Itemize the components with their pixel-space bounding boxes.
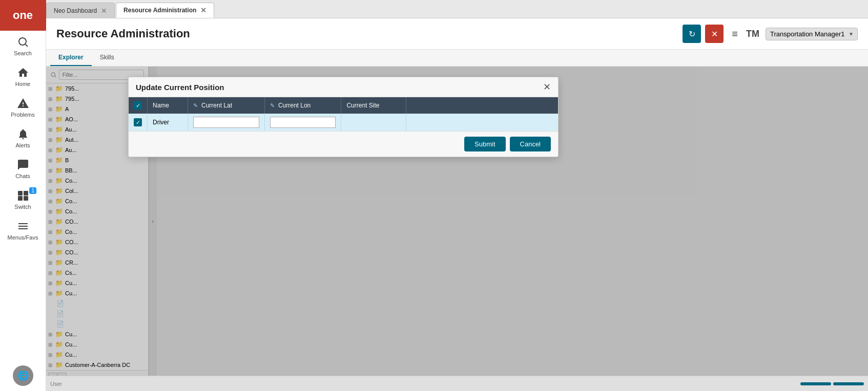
svg-rect-5 — [24, 196, 28, 201]
tab-close-resource-admin[interactable]: ✕ — [200, 7, 206, 14]
modal-close-icon: ✕ — [543, 82, 551, 92]
home-icon — [17, 67, 29, 79]
search-icon — [17, 36, 29, 48]
edit-icon: ✎ — [270, 102, 275, 108]
bottom-btn-1[interactable] — [800, 382, 831, 385]
bottom-bar: User — [46, 376, 868, 391]
table-header-row: ✓ Name ✎ Current Lat ✎ — [129, 97, 558, 114]
modal-footer: Submit Cancel — [129, 131, 558, 157]
page-header: Resource Administration ↻ ✕ ≡ TM Transpo… — [46, 18, 868, 50]
bell-icon — [17, 128, 29, 140]
edit-icon: ✎ — [193, 102, 198, 108]
sidebar-item-menus[interactable]: Menus/Favs — [0, 215, 46, 246]
col-header-current-lon: ✎ Current Lon — [264, 97, 341, 114]
sidebar-item-search[interactable]: Search — [0, 31, 46, 61]
chat-icon — [17, 159, 29, 171]
menu-button[interactable]: ≡ — [728, 26, 742, 42]
switch-icon — [17, 189, 29, 202]
tabs-bar: Neo Dashboard ✕ Resource Administration … — [46, 0, 868, 18]
sidebar-item-alerts[interactable]: Alerts — [0, 123, 46, 154]
app-logo[interactable]: one — [0, 0, 46, 31]
row-name-cell: Driver — [148, 114, 188, 131]
tab-close-neo-dashboard[interactable]: ✕ — [101, 7, 107, 14]
svg-rect-3 — [24, 191, 28, 196]
svg-line-1 — [25, 45, 27, 47]
user-label: User — [50, 381, 62, 387]
refresh-icon: ↻ — [689, 29, 695, 39]
user-select[interactable]: Transportation Manager1 Transportation M… — [766, 28, 858, 40]
row-checkbox[interactable]: ✓ — [134, 118, 142, 126]
tab-neo-dashboard[interactable]: Neo Dashboard ✕ — [46, 3, 115, 18]
select-all-checkbox[interactable]: ✓ — [134, 101, 142, 110]
col-header-current-site: Current Site — [341, 97, 406, 114]
modal-overlay: Update Current Position ✕ ✓ — [46, 67, 868, 376]
lat-input[interactable] — [193, 117, 259, 128]
svg-point-0 — [19, 38, 26, 45]
sub-tab-skills[interactable]: Skills — [92, 50, 122, 66]
refresh-button[interactable]: ↻ — [683, 25, 701, 43]
col-header-current-lat: ✎ Current Lat — [188, 97, 264, 114]
modal-table-wrapper: ✓ Name ✎ Current Lat ✎ — [129, 97, 558, 131]
row-checkbox-cell: ✓ — [129, 114, 148, 131]
sub-tabs: Explorer Skills — [46, 50, 868, 67]
sidebar: one Search Home Problems Alerts Chats — [0, 0, 46, 391]
cancel-button[interactable]: Cancel — [510, 137, 551, 151]
sidebar-item-home[interactable]: Home — [0, 61, 46, 92]
sidebar-item-switch[interactable]: 1 Switch — [0, 184, 46, 215]
col-header-name: Name — [148, 97, 188, 114]
submit-button[interactable]: Submit — [464, 137, 505, 151]
col-header-extra — [406, 97, 558, 114]
sub-tab-explorer[interactable]: Explorer — [50, 50, 92, 66]
header-actions: ↻ ✕ ≡ TM Transportation Manager1 Transpo… — [683, 25, 858, 43]
avatar[interactable]: 🌐 — [13, 365, 33, 386]
row-lon-cell — [264, 114, 341, 131]
switch-badge: 1 — [29, 187, 36, 194]
page-title: Resource Administration — [56, 27, 190, 40]
lon-input[interactable] — [270, 117, 336, 128]
bottom-btn-2[interactable] — [833, 382, 864, 385]
row-site-cell — [341, 114, 406, 131]
sidebar-bottom: 🌐 — [0, 365, 46, 391]
close-button[interactable]: ✕ — [705, 25, 724, 43]
table-row: ✓ Driver — [129, 114, 558, 131]
row-extra-cell — [406, 114, 558, 131]
modal-header: Update Current Position ✕ — [129, 77, 558, 97]
hamburger-icon: ≡ — [732, 28, 738, 39]
row-lat-cell — [188, 114, 264, 131]
col-header-checkbox: ✓ — [129, 97, 148, 114]
sidebar-item-problems[interactable]: Problems — [0, 92, 46, 123]
modal-update-position: Update Current Position ✕ ✓ — [128, 77, 559, 157]
content-area: ⊞ 📁 795... ⊞ 📁 795... ⊞ 📁 A ⊞ 📁 AO... ⊞ — [46, 67, 868, 376]
svg-rect-2 — [18, 191, 23, 196]
modal-close-button[interactable]: ✕ — [543, 82, 551, 92]
user-select-wrapper: Transportation Manager1 Transportation M… — [766, 28, 858, 40]
menu-icon — [17, 220, 29, 232]
close-icon: ✕ — [711, 29, 718, 39]
modal-table: ✓ Name ✎ Current Lat ✎ — [129, 97, 558, 131]
modal-title: Update Current Position — [136, 83, 224, 92]
warning-icon — [17, 97, 29, 110]
sidebar-item-chats[interactable]: Chats — [0, 154, 46, 184]
user-initials: TM — [746, 29, 759, 39]
main-content: Neo Dashboard ✕ Resource Administration … — [46, 0, 868, 391]
tab-resource-admin[interactable]: Resource Administration ✕ — [116, 3, 214, 18]
svg-rect-4 — [18, 196, 23, 201]
